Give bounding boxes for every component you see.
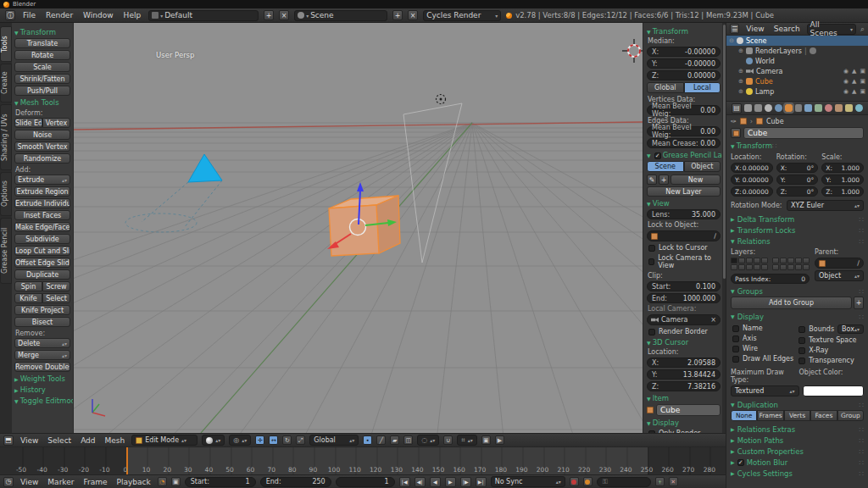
duplicate-button[interactable]: Duplicate xyxy=(14,269,70,280)
panel-transform-header[interactable]: ▼Transform xyxy=(14,28,70,36)
physics-tab-icon[interactable] xyxy=(855,104,863,112)
scene-selector[interactable]: ▾ Scene xyxy=(294,10,387,21)
panel-custom-properties-header[interactable]: ▶Custom Properties∷ xyxy=(731,446,864,457)
lock-object-field[interactable]: ∕ xyxy=(647,230,721,241)
visibility-eye-icon[interactable]: ◉ xyxy=(843,88,849,95)
location-y-field[interactable]: Y:0.00000 xyxy=(731,175,773,185)
scale-widget-icon[interactable]: ⤢ xyxy=(296,435,305,445)
panel-3d-cursor-header[interactable]: ▼3D Cursor xyxy=(647,338,721,347)
eyedropper-icon[interactable]: ∕ xyxy=(857,259,860,267)
view3d-add-menu[interactable]: Add xyxy=(78,436,97,445)
sync-mode-dropdown[interactable]: No Sync▴▾ xyxy=(491,476,565,487)
inset-faces-button[interactable]: Inset Faces xyxy=(14,210,70,220)
jump-to-end-button[interactable]: ▶| xyxy=(476,477,487,487)
layer-cell[interactable] xyxy=(761,258,768,263)
pivot-center-dropdown[interactable]: ◎▴▾ xyxy=(229,435,251,446)
panel-transform-locks-header[interactable]: ▶Transform Locks∷ xyxy=(731,225,864,236)
lock-time-icon[interactable]: ▣ xyxy=(171,477,181,486)
render-layers-tab-icon[interactable] xyxy=(754,104,762,112)
pencil-icon[interactable]: ✎ xyxy=(647,175,657,185)
auto-keyframe-button[interactable] xyxy=(583,477,593,486)
rotation-y-field[interactable]: Y:0° xyxy=(776,175,819,185)
transform-orientation-dropdown[interactable]: Global▴▾ xyxy=(309,435,359,446)
layer-cell[interactable] xyxy=(803,264,810,270)
gp-new-button[interactable]: New xyxy=(670,175,721,185)
menu-render[interactable]: Render xyxy=(43,11,75,19)
display-bounds-row[interactable]: BoundsBox▴▾ xyxy=(798,324,864,334)
selectability-cursor-icon[interactable]: ▲ xyxy=(852,78,856,85)
layer-cell[interactable] xyxy=(738,264,745,270)
lock-camera-to-view-row[interactable]: Lock Camera to View xyxy=(648,254,721,269)
scale-y-field[interactable]: Y:1.000 xyxy=(821,175,864,185)
close-scene-button[interactable]: × xyxy=(408,10,418,20)
display-wire-row[interactable]: Wire xyxy=(732,345,793,352)
extrude-dropdown[interactable]: Extrude▴▾ xyxy=(14,175,70,185)
smooth-vertex-button[interactable]: Smooth Vertex xyxy=(14,141,70,152)
editor-type-info-icon[interactable]: ⓘ xyxy=(5,10,15,20)
layer-cell[interactable] xyxy=(738,258,745,263)
rotate-button[interactable]: Rotate xyxy=(14,50,70,60)
view3d-mesh-menu[interactable]: Mesh xyxy=(103,436,128,445)
object-data-tab-icon[interactable] xyxy=(815,104,822,112)
local-camera-field[interactable]: Camera × xyxy=(647,314,721,325)
mean-crease-field[interactable]: Mean Crease:0.00 xyxy=(647,138,721,148)
panel-item-header[interactable]: ▼Item xyxy=(647,394,721,402)
global-space-button[interactable]: Global xyxy=(647,82,684,93)
expand-icon[interactable]: ⊕ xyxy=(738,88,743,95)
rotation-mode-dropdown[interactable]: XYZ Euler▴▾ xyxy=(787,200,864,211)
menu-file[interactable]: File xyxy=(20,11,38,19)
texture-tab-icon[interactable] xyxy=(835,104,843,112)
panel-cycles-settings-header[interactable]: ▶Cycles Settings∷ xyxy=(731,468,864,479)
editor-type-timeline-icon[interactable]: ◷ xyxy=(3,477,14,487)
panel-history-header[interactable]: ▶History xyxy=(14,385,70,394)
median-z-field[interactable]: Z:0.00000 xyxy=(647,70,721,80)
expand-icon[interactable]: ⊕ xyxy=(738,47,743,54)
opengl-render-icon[interactable]: ▣ xyxy=(481,435,491,445)
view3d-select-menu[interactable]: Select xyxy=(45,436,74,445)
display-texture-space-row[interactable]: Texture Space xyxy=(798,336,864,344)
pin-icon[interactable]: ✑ xyxy=(731,118,737,125)
max-draw-type-dropdown[interactable]: Textured▴▾ xyxy=(731,385,799,396)
expand-icon[interactable]: ⊕ xyxy=(738,68,743,75)
edge-select-icon[interactable]: ╱ xyxy=(376,435,386,445)
manipulator-toggle-icon[interactable]: ✛ xyxy=(255,435,264,445)
outliner-row-renderlayers[interactable]: ⊕ RenderLayers | xyxy=(726,46,868,56)
outliner-row-camera[interactable]: ⊕ Camera ◉▲▣ xyxy=(726,66,868,76)
timeline-view-menu[interactable]: View xyxy=(18,478,41,486)
parent-type-dropdown[interactable]: Object▴▾ xyxy=(815,270,864,281)
bounds-type-dropdown[interactable]: Box▴▾ xyxy=(837,324,864,334)
layer-cell[interactable] xyxy=(803,258,810,263)
layer-cell[interactable] xyxy=(780,264,787,270)
panel-object-transform-header[interactable]: ▼Transform∷ xyxy=(731,141,864,150)
clear-x-icon[interactable]: × xyxy=(710,316,716,324)
duplication-none-button[interactable]: None xyxy=(731,410,757,421)
eyedropper-icon[interactable]: ∕ xyxy=(714,232,716,240)
gp-scene-button[interactable]: Scene xyxy=(647,161,684,172)
render-engine-selector[interactable]: Cycles Render ▾ xyxy=(423,10,501,21)
menu-help[interactable]: Help xyxy=(121,11,144,19)
screen-layout-selector[interactable]: ▾ Default xyxy=(148,10,259,21)
face-select-icon[interactable]: ▰ xyxy=(390,435,399,445)
panel-delta-transform-header[interactable]: ▶Delta Transform∷ xyxy=(731,214,864,225)
layer-cell[interactable] xyxy=(746,264,753,270)
play-button[interactable]: ▶ xyxy=(445,477,456,487)
mean-bevel-weight-edges-field[interactable]: Mean Bevel Weig:0.00 xyxy=(647,126,721,136)
layer-cell[interactable] xyxy=(795,258,802,263)
layer-cell[interactable] xyxy=(731,264,737,270)
panel-relations-header[interactable]: ▼Relations∷ xyxy=(731,236,864,247)
display-transparency-row[interactable]: Transparency xyxy=(798,357,864,364)
vertex-slide-button[interactable]: Vertex xyxy=(42,118,70,128)
layer-cell[interactable] xyxy=(787,258,794,263)
visibility-eye-icon[interactable]: ◉ xyxy=(843,78,849,85)
panel-groups-header[interactable]: ▼Groups∷ xyxy=(731,286,864,297)
new-layer-button[interactable]: New Layer xyxy=(647,186,721,197)
render-border-row[interactable]: Render Border xyxy=(648,328,721,336)
outliner-row-cube[interactable]: ⊕ Cube ◉▲▣ xyxy=(726,76,868,86)
record-button[interactable] xyxy=(570,477,579,486)
add-to-group-button[interactable]: Add to Group xyxy=(731,297,852,309)
layers-widget[interactable] xyxy=(731,258,810,270)
panel-shading-header[interactable]: ▼Display xyxy=(647,419,721,427)
timeline-marker-menu[interactable]: Marker xyxy=(45,478,76,486)
insert-keyframe-button[interactable]: ＋ xyxy=(655,477,665,486)
delete-keyframe-button[interactable]: ✕ xyxy=(669,477,678,486)
